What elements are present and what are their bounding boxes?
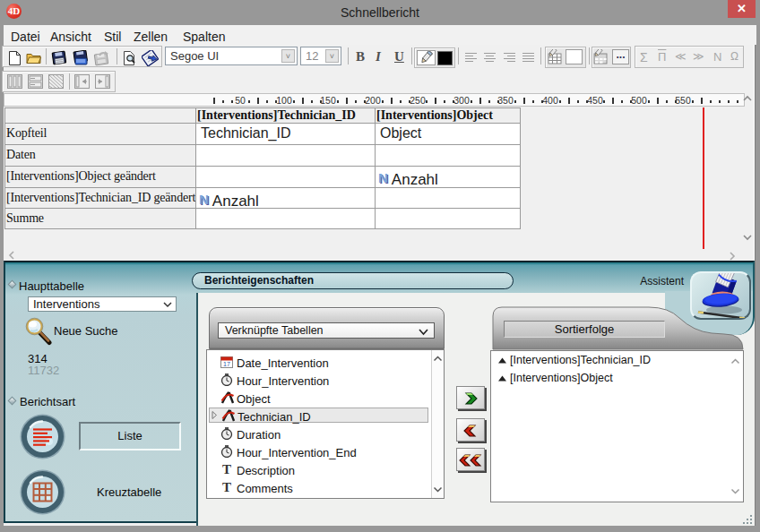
svg-text:17: 17 xyxy=(223,361,230,367)
